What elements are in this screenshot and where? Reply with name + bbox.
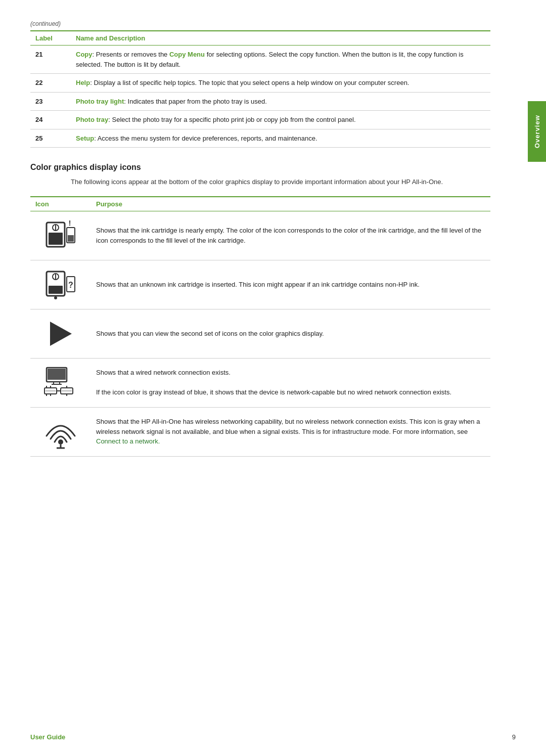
- svg-text:?: ?: [68, 281, 73, 289]
- purpose-col-header: Purpose: [91, 197, 490, 211]
- ink-low-svg: !: [42, 217, 79, 254]
- side-tab: Overview: [528, 101, 546, 162]
- footer: User Guide 9: [30, 733, 516, 741]
- wired-network-svg: [42, 365, 79, 401]
- row-label: 23: [30, 92, 71, 111]
- table-row: 21 Copy: Presents or removes the Copy Me…: [30, 46, 490, 74]
- table-row: 22 Help: Display a list of specific help…: [30, 74, 490, 93]
- row-description: Photo tray: Select the photo tray for a …: [71, 111, 490, 129]
- icon-col-header: Icon: [30, 197, 91, 211]
- bold-term: Copy: [76, 51, 93, 58]
- row-description: Photo tray light: Indicates that paper f…: [71, 92, 490, 111]
- icon-row-ink-low: ! Shows that the ink cartridge is nearly…: [30, 211, 490, 260]
- icon-cell-wired-network: [30, 358, 91, 407]
- icons-table: Icon Purpose: [30, 196, 490, 457]
- icon-row-wireless: Shows that the HP All-in-One has wireles…: [30, 407, 490, 456]
- label-col-header: Label: [30, 31, 71, 46]
- row-label: 25: [30, 129, 71, 148]
- footer-page-number: 9: [512, 733, 516, 741]
- arrow-icon: [35, 316, 86, 352]
- icon-row-wired-network: Shows that a wired network connection ex…: [30, 358, 490, 407]
- svg-rect-16: [48, 369, 66, 380]
- row-label: 21: [30, 46, 71, 74]
- svg-marker-14: [50, 322, 72, 346]
- row-label: 24: [30, 111, 71, 129]
- svg-rect-1: [49, 233, 63, 245]
- svg-rect-5: [68, 235, 74, 242]
- svg-point-30: [58, 439, 63, 444]
- page-content: (continued) Label Name and Description 2…: [0, 0, 521, 487]
- purpose-ink-low: Shows that the ink cartridge is nearly e…: [91, 211, 490, 260]
- footer-user-guide: User Guide: [30, 733, 65, 741]
- bold-term: Photo tray light: [76, 98, 124, 105]
- svg-rect-8: [49, 286, 63, 294]
- row-label: 22: [30, 74, 71, 93]
- ink-unknown-icon: ?: [35, 266, 86, 303]
- table-row: 24 Photo tray: Select the photo tray for…: [30, 111, 490, 129]
- ink-low-icon: !: [35, 217, 86, 254]
- continued-label: (continued): [30, 20, 490, 27]
- purpose-arrow: Shows that you can view the second set o…: [91, 309, 490, 358]
- section-heading: Color graphics display icons: [30, 163, 490, 172]
- section-intro: The following icons appear at the bottom…: [71, 177, 490, 187]
- icon-cell-ink-low: !: [30, 211, 91, 260]
- svg-point-13: [54, 296, 57, 299]
- ink-unknown-svg: ?: [42, 266, 79, 303]
- label-table: Label Name and Description 21 Copy: Pres…: [30, 30, 490, 148]
- icon-cell-ink-unknown: ?: [30, 260, 91, 309]
- wired-network-icon: [35, 365, 86, 401]
- bold-term: Photo tray: [76, 116, 108, 123]
- purpose-wireless: Shows that the HP All-in-One has wireles…: [91, 407, 490, 456]
- table-row: 25 Setup: Access the menu system for dev…: [30, 129, 490, 148]
- icon-row-arrow: Shows that you can view the second set o…: [30, 309, 490, 358]
- row-description: Help: Display a list of specific help to…: [71, 74, 490, 93]
- connect-to-network-link[interactable]: Connect to a network.: [96, 437, 160, 445]
- wireless-icon: [35, 414, 86, 450]
- svg-text:!: !: [69, 219, 71, 227]
- purpose-ink-unknown: Shows that an unknown ink cartridge is i…: [91, 260, 490, 309]
- table-row: 23 Photo tray light: Indicates that pape…: [30, 92, 490, 111]
- row-description: Setup: Access the menu system for device…: [71, 129, 490, 148]
- bold-term: Setup: [76, 135, 94, 142]
- purpose-wired-network: Shows that a wired network connection ex…: [91, 358, 490, 407]
- bold-term: Help: [76, 79, 90, 86]
- arrow-svg: [42, 316, 79, 352]
- icon-row-ink-unknown: ? Shows that an unknown ink cartridge is…: [30, 260, 490, 309]
- description-col-header: Name and Description: [71, 31, 490, 46]
- wireless-svg: [42, 414, 79, 450]
- icon-cell-arrow: [30, 309, 91, 358]
- icon-cell-wireless: [30, 407, 91, 456]
- bold-term2: Copy Menu: [169, 51, 205, 58]
- row-description: Copy: Presents or removes the Copy Menu …: [71, 46, 490, 74]
